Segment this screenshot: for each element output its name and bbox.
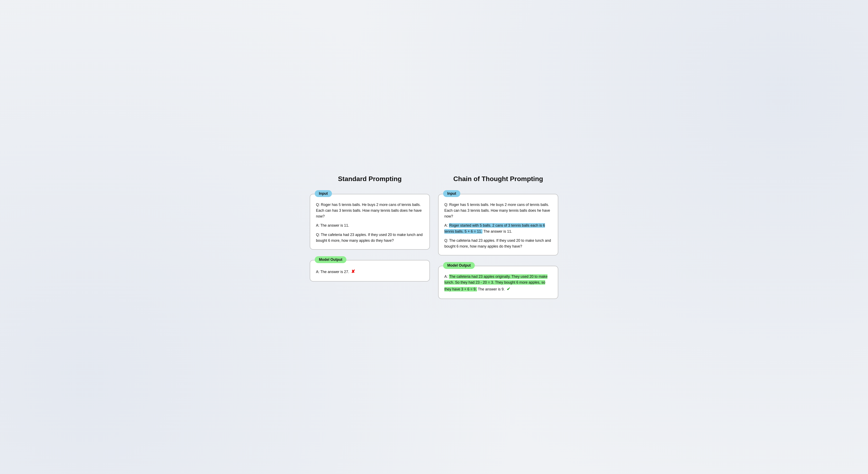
cot-output-text: A: The cafeteria had 23 apples originall… [444, 274, 552, 293]
page-container: Standard Prompting Input Q: Roger has 5 … [310, 175, 558, 299]
standard-output-wrapper: Model Output A: The answer is 27. ✘ [310, 260, 430, 282]
standard-output-card: A: The answer is 27. ✘ [310, 260, 430, 282]
cot-output-label: Model Output [443, 262, 475, 269]
cot-input-label: Input [443, 190, 460, 197]
standard-input-card: Q: Roger has 5 tennis balls. He buys 2 m… [310, 194, 430, 249]
cot-a1: A: Roger started with 5 balls. 2 cans of… [444, 223, 552, 234]
cot-output-card: A: The cafeteria had 23 apples originall… [438, 266, 558, 299]
cot-q2: Q: The cafeteria had 23 apples. If they … [444, 238, 552, 249]
standard-prompting-column: Standard Prompting Input Q: Roger has 5 … [310, 175, 430, 299]
standard-a1: A: The answer is 11. [316, 223, 424, 228]
cot-title: Chain of Thought Prompting [438, 175, 558, 183]
standard-title: Standard Prompting [310, 175, 430, 183]
correct-icon: ✔ [507, 285, 510, 293]
cot-output-wrapper: Model Output A: The cafeteria had 23 app… [438, 266, 558, 299]
cot-q1: Q: Roger has 5 tennis balls. He buys 2 m… [444, 202, 552, 219]
cot-input-wrapper: Input Q: Roger has 5 tennis balls. He bu… [438, 194, 558, 256]
standard-output-label: Model Output [315, 256, 346, 263]
cot-input-card: Q: Roger has 5 tennis balls. He buys 2 m… [438, 194, 558, 256]
standard-q1: Q: Roger has 5 tennis balls. He buys 2 m… [316, 202, 424, 219]
standard-input-label: Input [315, 190, 332, 197]
standard-input-wrapper: Input Q: Roger has 5 tennis balls. He bu… [310, 194, 430, 249]
cot-prompting-column: Chain of Thought Prompting Input Q: Roge… [438, 175, 558, 299]
standard-output-text: A: The answer is 27. ✘ [316, 268, 424, 275]
wrong-icon: ✘ [351, 268, 355, 275]
columns-layout: Standard Prompting Input Q: Roger has 5 … [310, 175, 558, 299]
standard-q2: Q: The cafeteria had 23 apples. If they … [316, 232, 424, 243]
